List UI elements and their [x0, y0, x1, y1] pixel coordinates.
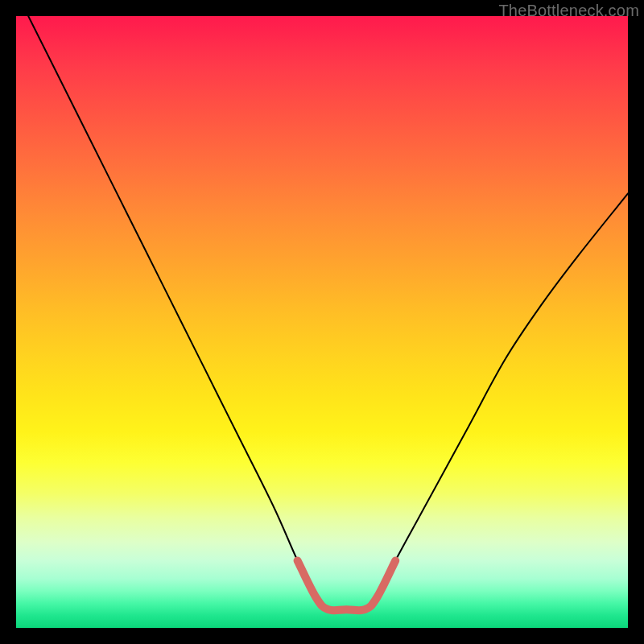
plot-area — [16, 16, 628, 628]
watermark: TheBottleneck.com — [498, 2, 639, 20]
chart-frame: TheBottleneck.com — [0, 0, 644, 644]
bottleneck-curve — [28, 16, 628, 610]
optimal-range-highlight — [298, 560, 396, 610]
curve-svg — [16, 16, 628, 628]
